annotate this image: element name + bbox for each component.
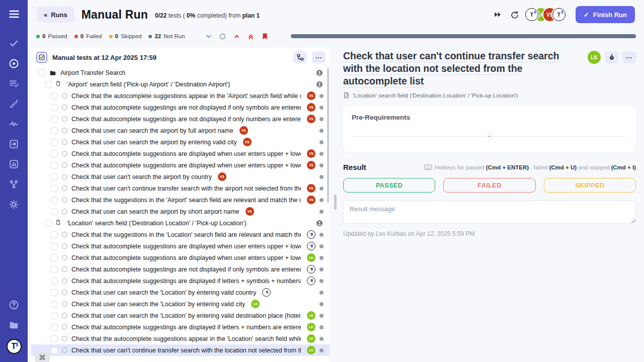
status-ring-icon (62, 324, 67, 330)
chevron-down-filter-icon[interactable] (205, 33, 212, 40)
row-checkbox[interactable] (51, 104, 58, 111)
restart-timer-icon[interactable] (510, 10, 520, 20)
settings-icon[interactable] (0, 194, 28, 214)
row-checkbox[interactable] (51, 243, 58, 250)
reports-icon[interactable] (0, 154, 28, 174)
status-counters: 0Passed0Failed0Skipped22Not Run (36, 33, 185, 39)
chevron-up-filter-icon[interactable] (233, 33, 240, 40)
bookmark-filter-icon[interactable] (261, 33, 269, 40)
row-checkbox[interactable] (51, 139, 58, 146)
test-row[interactable]: Check that user can search the 'Location… (31, 287, 330, 298)
row-checkbox[interactable] (38, 69, 45, 76)
assignee-person-icon[interactable] (315, 69, 324, 77)
breadcrumb[interactable]: 'Location' search field ('Destination Lo… (343, 92, 636, 99)
row-checkbox[interactable] (45, 220, 52, 227)
circle-filter-icon[interactable] (219, 33, 226, 40)
row-checkbox[interactable] (51, 301, 58, 308)
test-row[interactable]: Check that autocomplete suggestings are … (31, 263, 330, 275)
not-run-dot (319, 302, 324, 306)
row-checkbox[interactable] (51, 185, 58, 192)
assignee-avatar-slot: LK (588, 51, 601, 64)
milestones-icon[interactable] (0, 94, 28, 114)
file-row-group-1[interactable]: 'Airport' search field ('Pick-up Airport… (31, 78, 330, 90)
tests-icon[interactable] (0, 33, 28, 53)
test-row[interactable]: Check that autocomplete suggestions are … (31, 252, 330, 263)
row-checkbox[interactable] (51, 150, 58, 157)
assignee-person-icon[interactable] (315, 80, 324, 88)
test-row[interactable]: Check that user can search the 'Location… (31, 298, 330, 310)
test-row[interactable]: Check that autocomplete suggestings are … (31, 275, 330, 287)
not-run-dot (319, 267, 324, 272)
detail-more-button[interactable]: ··· (622, 51, 636, 63)
test-row[interactable]: Check that autocomplete suggestings are … (31, 321, 330, 333)
list-scrollbar[interactable] (327, 68, 329, 203)
test-row[interactable]: Check that user can search the airport b… (31, 125, 330, 136)
test-row[interactable]: Check that autocomplete suggestions are … (31, 148, 330, 159)
runs-back-button[interactable]: « Runs (37, 7, 74, 23)
not-run-dot (319, 348, 324, 352)
test-row[interactable]: Check that user can search the airport b… (31, 136, 330, 148)
list-more-button[interactable]: ··· (312, 51, 326, 63)
row-checkbox[interactable] (51, 116, 58, 123)
status-ring-icon (62, 243, 67, 249)
assignee-person-icon[interactable] (315, 219, 324, 227)
row-checkbox[interactable] (51, 278, 58, 285)
failed-button[interactable]: FAILED (443, 178, 535, 193)
chevrons-up-filter-icon[interactable] (247, 33, 255, 40)
row-checkbox[interactable] (51, 93, 58, 100)
test-row[interactable]: Check that user can't search the airport… (31, 171, 330, 183)
select-all-checkbox[interactable] (36, 52, 47, 63)
avatar-vs: VS (307, 115, 315, 123)
row-checkbox[interactable] (51, 312, 58, 319)
file-row-group-2[interactable]: 'Location' search field ('Destination Lo… (31, 217, 330, 229)
test-row[interactable]: Check that the suggestions in the 'Locat… (31, 229, 330, 240)
result-message-input[interactable] (343, 200, 636, 224)
test-row[interactable]: Check that the suggestions in the 'Airpo… (31, 194, 330, 206)
requirements-icon[interactable] (0, 134, 28, 154)
test-row[interactable]: Check that autocomplete suggestions are … (31, 159, 330, 171)
finish-run-button[interactable]: ✓ Finish Run (576, 6, 635, 23)
test-title[interactable]: Check that user can't continue transfer … (343, 50, 581, 87)
menu-icon[interactable] (0, 4, 28, 24)
expand-chevron-icon[interactable] (486, 133, 494, 140)
help-icon[interactable] (0, 295, 28, 315)
test-row[interactable]: Check that autocomplete suggestings are … (31, 113, 330, 125)
activity-icon[interactable] (0, 114, 28, 134)
test-row[interactable]: Check that the autocomplete suggestions … (31, 333, 330, 344)
test-row[interactable]: Check that autocomplete suggestings are … (31, 102, 330, 113)
integrations-icon[interactable] (0, 174, 28, 194)
status-ring-icon (62, 266, 67, 272)
test-row[interactable]: Check that user can't continue transfer … (31, 183, 330, 194)
test-plans-icon[interactable] (0, 73, 28, 94)
row-checkbox[interactable] (51, 266, 58, 273)
row-checkbox[interactable] (51, 324, 58, 331)
row-checkbox[interactable] (51, 289, 58, 296)
row-checkbox[interactable] (51, 231, 58, 238)
row-checkbox[interactable] (51, 173, 58, 180)
row-checkbox[interactable] (51, 162, 58, 169)
test-row[interactable]: Check that user can't continue transfer … (31, 344, 330, 356)
fast-forward-icon[interactable] (493, 10, 503, 20)
row-checkbox[interactable] (51, 335, 58, 342)
main-area: « Runs Manual Run 0/22 tests ( 0% comple… (28, 0, 644, 362)
row-checkbox[interactable] (45, 81, 52, 88)
skipped-button[interactable]: SKIPPED (544, 178, 636, 193)
test-row[interactable]: Check that the autocomplete suggestions … (31, 90, 330, 102)
row-checkbox[interactable] (51, 208, 58, 215)
stopwatch-button[interactable] (605, 51, 618, 63)
row-checkbox[interactable] (51, 347, 58, 354)
folder-row-folder[interactable]: Airport Transfer Search (31, 67, 330, 78)
panel-resize-handle[interactable] (334, 195, 337, 210)
row-checkbox[interactable] (51, 254, 58, 261)
test-row[interactable]: Check that user can search the airport b… (31, 206, 330, 217)
test-row[interactable]: Check that user can search the 'Location… (31, 310, 330, 321)
tree-view-button[interactable] (293, 51, 307, 63)
runs-icon[interactable] (0, 53, 28, 73)
run-progress-bar (291, 34, 636, 38)
passed-button[interactable]: PASSED (343, 178, 435, 193)
projects-icon[interactable] (0, 315, 28, 335)
app-logo[interactable]: T (7, 339, 22, 354)
test-row[interactable]: Check that autocomplete suggestions are … (31, 240, 330, 252)
row-checkbox[interactable] (51, 197, 58, 204)
row-checkbox[interactable] (51, 127, 58, 134)
